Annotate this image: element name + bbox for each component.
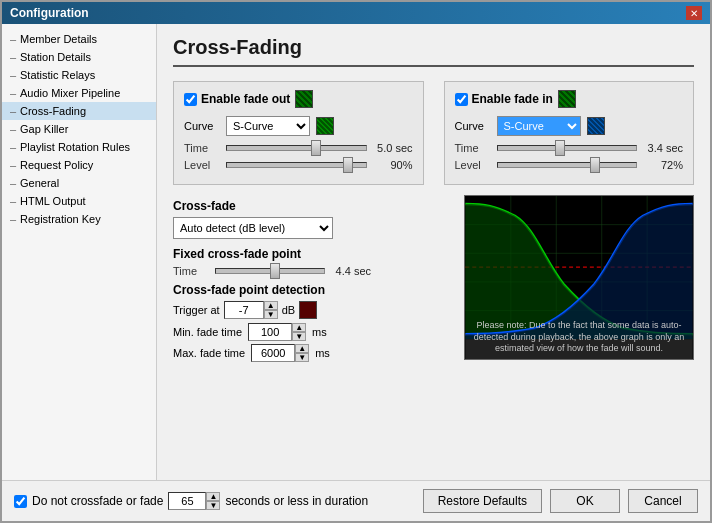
cancel-button[interactable]: Cancel [628, 489, 698, 513]
do-not-crossfade-row: Do not crossfade or fade ▲ ▼ seconds or … [14, 492, 368, 510]
crossfade-graph: Please note: Due to the fact that some d… [464, 195, 694, 360]
bottom-buttons: Restore Defaults OK Cancel [423, 489, 698, 513]
min-fade-spinner-buttons: ▲ ▼ [292, 323, 306, 341]
fade-in-level-slider[interactable] [497, 162, 638, 168]
min-fade-down-btn[interactable]: ▼ [292, 332, 306, 341]
max-fade-down-btn[interactable]: ▼ [295, 353, 309, 362]
fade-out-checkbox-label[interactable]: Enable fade out [184, 92, 290, 106]
fade-out-time-row: Time 5.0 sec [184, 142, 413, 154]
fade-in-curve-color [587, 117, 605, 135]
controls-section: Cross-fade Auto detect (dB level) Fixed … [173, 195, 454, 365]
max-fade-input[interactable] [251, 344, 295, 362]
fade-out-curve-color [316, 117, 334, 135]
max-fade-unit: ms [315, 347, 330, 359]
restore-defaults-button[interactable]: Restore Defaults [423, 489, 542, 513]
do-not-crossfade-checkbox[interactable] [14, 495, 27, 508]
max-fade-label: Max. fade time [173, 347, 245, 359]
max-fade-row: Max. fade time ▲ ▼ ms [173, 344, 454, 362]
trigger-unit: dB [282, 304, 295, 316]
crossfade-dropdown-row: Auto detect (dB level) Fixed cross-fade … [173, 217, 454, 239]
bottom-bar: Do not crossfade or fade ▲ ▼ seconds or … [2, 480, 710, 521]
trigger-row: Trigger at ▲ ▼ dB [173, 301, 454, 319]
main-content: Member Details Station Details Statistic… [2, 24, 710, 480]
fade-in-curve-select[interactable]: S-Curve Linear Exponential [497, 116, 581, 136]
do-not-crossfade-up-btn[interactable]: ▲ [206, 492, 220, 501]
title-bar: Configuration ✕ [2, 2, 710, 24]
sidebar-item-general[interactable]: General [2, 174, 156, 192]
crossfade-mode-select[interactable]: Auto detect (dB level) Fixed cross-fade … [173, 217, 333, 239]
fixed-crossfade-label: Fixed cross-fade point [173, 247, 454, 261]
max-fade-up-btn[interactable]: ▲ [295, 344, 309, 353]
fade-out-time-slider[interactable] [226, 145, 367, 151]
sidebar-item-cross-fading[interactable]: Cross-Fading [2, 102, 156, 120]
ok-button[interactable]: OK [550, 489, 620, 513]
detection-label: Cross-fade point detection [173, 283, 454, 297]
do-not-crossfade-down-btn[interactable]: ▼ [206, 501, 220, 510]
graph-note: Please note: Due to the fact that some d… [465, 316, 693, 359]
fade-out-level-slider[interactable] [226, 162, 367, 168]
sidebar-item-html-output[interactable]: HTML Output [2, 192, 156, 210]
fade-out-section: Enable fade out Curve S-Curve Linear Exp… [173, 81, 424, 185]
do-not-crossfade-spinner: ▲ ▼ [168, 492, 220, 510]
lower-section: Cross-fade Auto detect (dB level) Fixed … [173, 195, 694, 365]
fixed-crossfade-time-row: Time 4.4 sec [173, 265, 454, 277]
crossfade-label: Cross-fade [173, 199, 454, 213]
sidebar-item-member-details[interactable]: Member Details [2, 30, 156, 48]
fade-out-level-row: Level 90% [184, 159, 413, 171]
max-fade-spinner: ▲ ▼ [251, 344, 309, 362]
fade-in-time-slider[interactable] [497, 145, 638, 151]
trigger-spinner: ▲ ▼ [224, 301, 278, 319]
fade-columns: Enable fade out Curve S-Curve Linear Exp… [173, 81, 694, 185]
fade-in-color-grid [558, 90, 576, 108]
fade-in-checkbox-label[interactable]: Enable fade in [455, 92, 553, 106]
do-not-crossfade-label-after: seconds or less in duration [225, 494, 368, 508]
sidebar-item-registration-key[interactable]: Registration Key [2, 210, 156, 228]
trigger-spinner-buttons: ▲ ▼ [264, 301, 278, 319]
sidebar-item-audio-mixer-pipeline[interactable]: Audio Mixer Pipeline [2, 84, 156, 102]
do-not-crossfade-input[interactable] [168, 492, 206, 510]
min-fade-input[interactable] [248, 323, 292, 341]
content-area: Cross-Fading Enable fade out Curve [157, 24, 710, 480]
sidebar-item-playlist-rotation-rules[interactable]: Playlist Rotation Rules [2, 138, 156, 156]
fade-out-color-grid [295, 90, 313, 108]
trigger-down-btn[interactable]: ▼ [264, 310, 278, 319]
sidebar-item-request-policy[interactable]: Request Policy [2, 156, 156, 174]
window-title: Configuration [10, 6, 89, 20]
trigger-label: Trigger at [173, 304, 220, 316]
trigger-input[interactable] [224, 301, 264, 319]
fade-out-header: Enable fade out [184, 90, 413, 108]
configuration-window: Configuration ✕ Member Details Station D… [0, 0, 712, 523]
fixed-crossfade-time-slider[interactable] [215, 268, 325, 274]
min-fade-row: Min. fade time ▲ ▼ ms [173, 323, 454, 341]
do-not-crossfade-label-before: Do not crossfade or fade [32, 494, 163, 508]
sidebar-item-station-details[interactable]: Station Details [2, 48, 156, 66]
trigger-up-btn[interactable]: ▲ [264, 301, 278, 310]
page-title: Cross-Fading [173, 36, 694, 67]
fade-in-level-row: Level 72% [455, 159, 684, 171]
fade-out-curve-row: Curve S-Curve Linear Exponential [184, 116, 413, 136]
min-fade-unit: ms [312, 326, 327, 338]
sidebar: Member Details Station Details Statistic… [2, 24, 157, 480]
min-fade-spinner: ▲ ▼ [248, 323, 306, 341]
fade-out-checkbox[interactable] [184, 93, 197, 106]
do-not-crossfade-spinner-buttons: ▲ ▼ [206, 492, 220, 510]
fade-in-curve-row: Curve S-Curve Linear Exponential [455, 116, 684, 136]
fade-in-checkbox[interactable] [455, 93, 468, 106]
max-fade-spinner-buttons: ▲ ▼ [295, 344, 309, 362]
fade-in-section: Enable fade in Curve S-Curve Linear Expo… [444, 81, 695, 185]
fade-out-curve-select[interactable]: S-Curve Linear Exponential [226, 116, 310, 136]
min-fade-up-btn[interactable]: ▲ [292, 323, 306, 332]
close-button[interactable]: ✕ [686, 6, 702, 20]
min-fade-label: Min. fade time [173, 326, 242, 338]
trigger-color-grid [299, 301, 317, 319]
fade-in-time-row: Time 3.4 sec [455, 142, 684, 154]
sidebar-item-statistic-relays[interactable]: Statistic Relays [2, 66, 156, 84]
sidebar-item-gap-killer[interactable]: Gap Killer [2, 120, 156, 138]
fade-in-header: Enable fade in [455, 90, 684, 108]
